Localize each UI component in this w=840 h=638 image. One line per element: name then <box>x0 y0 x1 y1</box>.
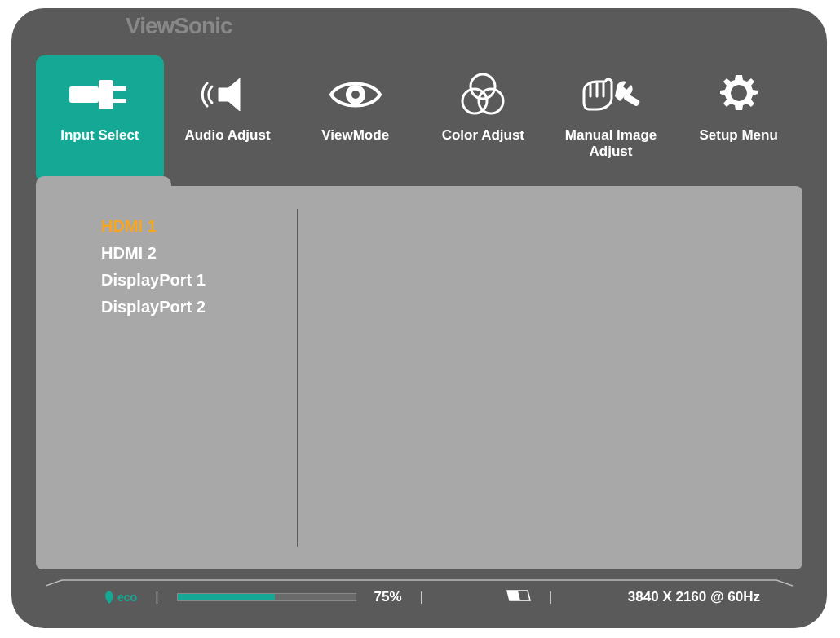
venn-icon <box>458 69 507 121</box>
tab-label: Manual Image Adjust <box>558 127 664 161</box>
svg-point-13 <box>731 85 747 101</box>
tab-label: ViewMode <box>321 127 389 144</box>
tab-setup-menu[interactable]: Setup Menu <box>674 55 802 170</box>
tab-bar: Input Select Audio Adjust <box>36 55 802 186</box>
speaker-icon <box>197 69 258 121</box>
tab-label: Input Select <box>60 127 139 144</box>
tab-viewmode[interactable]: ViewMode <box>291 55 419 170</box>
svg-point-8 <box>479 89 503 113</box>
statusbar-line-decoration <box>46 579 793 587</box>
input-options-list: HDMI 1 HDMI 2 DisplayPort 1 DisplayPort … <box>101 217 206 317</box>
tab-manual-image-adjust[interactable]: Manual Image Adjust <box>547 55 675 170</box>
svg-rect-3 <box>113 99 126 103</box>
svg-point-5 <box>351 91 360 99</box>
content-divider <box>297 209 298 547</box>
separator: | <box>155 589 158 605</box>
status-bar: eco | 75% | | 3840 X 2160 @ 60Hz <box>46 583 793 612</box>
progress-track[interactable] <box>177 593 356 601</box>
svg-rect-2 <box>113 86 126 91</box>
contrast-icon <box>506 588 531 607</box>
svg-rect-0 <box>69 86 99 103</box>
brand-logo: ViewSonic <box>126 13 232 39</box>
tab-audio-adjust[interactable]: Audio Adjust <box>164 55 292 170</box>
option-displayport-2[interactable]: DisplayPort 2 <box>101 298 206 317</box>
svg-rect-12 <box>623 93 640 107</box>
tab-label: Audio Adjust <box>184 127 270 144</box>
progress-fill <box>178 594 276 600</box>
option-hdmi-2[interactable]: HDMI 2 <box>101 244 206 263</box>
svg-rect-1 <box>99 80 113 109</box>
content-tab-ext <box>36 176 171 201</box>
option-hdmi-1[interactable]: HDMI 1 <box>101 217 206 236</box>
svg-point-6 <box>471 74 495 99</box>
plug-icon <box>69 69 130 121</box>
separator: | <box>549 589 552 605</box>
eco-label: eco <box>117 591 137 604</box>
tab-input-select[interactable]: Input Select <box>36 55 164 182</box>
tab-label: Setup Menu <box>700 127 778 144</box>
option-displayport-1[interactable]: DisplayPort 1 <box>101 271 206 290</box>
resolution-text: 3840 X 2160 @ 60Hz <box>628 589 760 605</box>
gear-icon <box>717 69 761 121</box>
brightness-progress: 75% <box>177 589 402 605</box>
tab-color-adjust[interactable]: Color Adjust <box>419 55 547 170</box>
tab-label: Color Adjust <box>442 127 524 144</box>
osd-panel: ViewSonic Input Select <box>11 8 827 628</box>
hand-wrench-icon <box>579 69 643 121</box>
content-panel: HDMI 1 HDMI 2 DisplayPort 1 DisplayPort … <box>36 186 802 569</box>
separator: | <box>420 589 423 605</box>
progress-value: 75% <box>374 589 402 605</box>
brand-text: ViewSonic <box>126 13 232 38</box>
eye-icon <box>328 69 383 121</box>
leaf-icon <box>103 590 116 605</box>
eco-badge: eco <box>103 590 137 605</box>
